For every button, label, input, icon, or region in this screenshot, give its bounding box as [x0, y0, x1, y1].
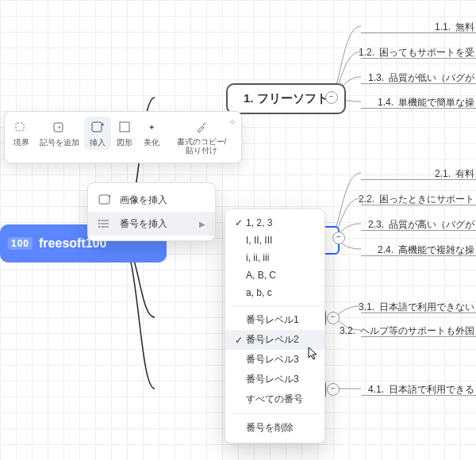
sparkle-icon: ✦ — [143, 118, 160, 136]
node-label: 1. フリーソフト — [244, 91, 328, 105]
svg-rect-0 — [16, 123, 24, 131]
leaf-2-4[interactable]: 2.4.高機能で複雑な操 — [378, 243, 474, 257]
number-style-submenu: ✓1, 2, 3 I, II, III i, ii, iii A, B, C a… — [225, 209, 325, 443]
number-option-abc-lower[interactable]: a, b, c — [225, 284, 324, 301]
number-option-roman-lower[interactable]: i, ii, iii — [225, 249, 324, 266]
leaf-3-2[interactable]: 3.2.ヘルプ等のサポートも外国 — [340, 324, 474, 338]
number-delete[interactable]: 番号を削除 — [225, 418, 324, 438]
menu-separator — [230, 305, 320, 306]
check-icon: ✓ — [232, 217, 246, 228]
shape-icon — [116, 118, 133, 136]
collapse-toggle[interactable]: − — [325, 91, 338, 104]
check-icon: ✓ — [232, 335, 246, 346]
svg-point-13 — [98, 223, 100, 224]
number-option-abc-upper[interactable]: A, B, C — [225, 266, 324, 284]
svg-rect-3 — [92, 122, 102, 132]
leaf-3-1[interactable]: 3.1.日本語で利用できない — [359, 301, 474, 314]
svg-point-14 — [98, 226, 100, 228]
menu-insert-number[interactable]: 番号を挿入 ▶ — [88, 212, 215, 236]
add-mark-icon: + — [51, 118, 68, 136]
number-all[interactable]: すべての番号 — [225, 389, 324, 409]
toolbar-label: 書式のコピー/ 貼り付け — [177, 137, 227, 155]
toolbar-label: 挿入 — [90, 137, 106, 148]
menu-separator — [230, 413, 320, 414]
brush-icon — [193, 118, 210, 136]
toolbar-add-mark[interactable]: + 記号を追加 — [35, 117, 84, 150]
toolbar-insert[interactable]: 挿入 — [84, 117, 111, 150]
toolbar-label: 美化 — [144, 137, 159, 148]
menu-label: 画像を挿入 — [120, 194, 167, 207]
collapse-toggle[interactable]: − — [332, 232, 345, 244]
leaf-4-1[interactable]: 4.1.日本語で利用できる — [368, 383, 474, 397]
leaf-1-2[interactable]: 1.2.困ってもサポートを受 — [359, 46, 474, 59]
image-icon: + — [98, 193, 112, 207]
collapse-toggle[interactable]: − — [327, 383, 340, 396]
number-option-roman-upper[interactable]: I, II, III — [225, 232, 324, 249]
leaf-2-3[interactable]: 2.3.品質が高い（バグが — [368, 218, 474, 232]
insert-submenu: + 画像を挿入 番号を挿入 ▶ — [87, 182, 216, 241]
leaf-2-1[interactable]: 2.1.有料 — [435, 167, 474, 181]
leaf-1-4[interactable]: 1.4.単機能で簡単な操 — [378, 96, 474, 109]
svg-rect-6 — [120, 122, 129, 132]
svg-point-12 — [98, 220, 100, 221]
menu-insert-image[interactable]: + 画像を挿入 — [88, 188, 215, 212]
toolbar-shape[interactable]: 図形 — [111, 117, 138, 150]
root-badge: 100 — [8, 237, 33, 250]
insert-icon — [89, 118, 106, 136]
number-level-2[interactable]: ✓番号レベル2 — [225, 330, 324, 350]
menu-label: 番号を挿入 — [120, 217, 167, 231]
svg-text:+: + — [57, 124, 61, 132]
number-level-1[interactable]: 番号レベル1 — [225, 310, 324, 330]
number-level-3[interactable]: 番号レベル3 — [225, 350, 324, 370]
toolbar-beautify[interactable]: ✦ 美化 — [138, 117, 165, 150]
collapse-toggle[interactable]: − — [327, 312, 340, 324]
boundary-icon — [13, 118, 30, 136]
leaf-1-3[interactable]: 1.3.品質が低い（バグが — [368, 71, 474, 85]
toolbar-copy-format[interactable]: 書式のコピー/ 貼り付け — [165, 117, 238, 156]
chevron-right-icon: ▶ — [199, 220, 205, 228]
pin-icon[interactable]: ✧ — [228, 117, 236, 128]
toolbar-label: 境界 — [13, 137, 29, 148]
toolbar-label: 記号を追加 — [40, 137, 79, 148]
leaf-2-2[interactable]: 2.2.困ったときにサポート — [359, 193, 474, 206]
numbered-list-icon — [98, 217, 112, 231]
toolbar-boundary[interactable]: 境界 — [8, 117, 35, 150]
toolbar-label: 図形 — [117, 137, 132, 148]
number-option-123[interactable]: ✓1, 2, 3 — [225, 214, 324, 232]
floating-toolbar: ✧ 境界 + 記号を追加 挿入 図形 ✦ 美化 書式のコピー/ 貼り付け — [4, 111, 242, 163]
leaf-1-1[interactable]: 1.1.無料 — [435, 21, 474, 34]
svg-text:+: + — [108, 194, 111, 200]
number-level-3b[interactable]: 番号レベル3 — [225, 370, 324, 389]
